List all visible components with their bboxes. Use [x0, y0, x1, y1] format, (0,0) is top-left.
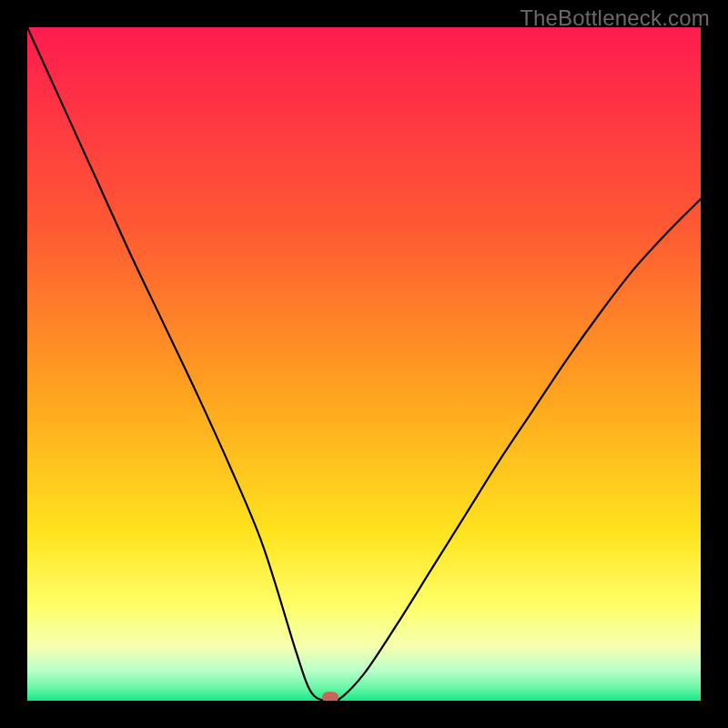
chart-frame: TheBottleneck.com — [0, 0, 728, 728]
bottleneck-chart — [27, 27, 701, 701]
plot-area — [27, 27, 701, 701]
optimal-point-marker — [322, 692, 339, 701]
gradient-background — [27, 27, 701, 701]
